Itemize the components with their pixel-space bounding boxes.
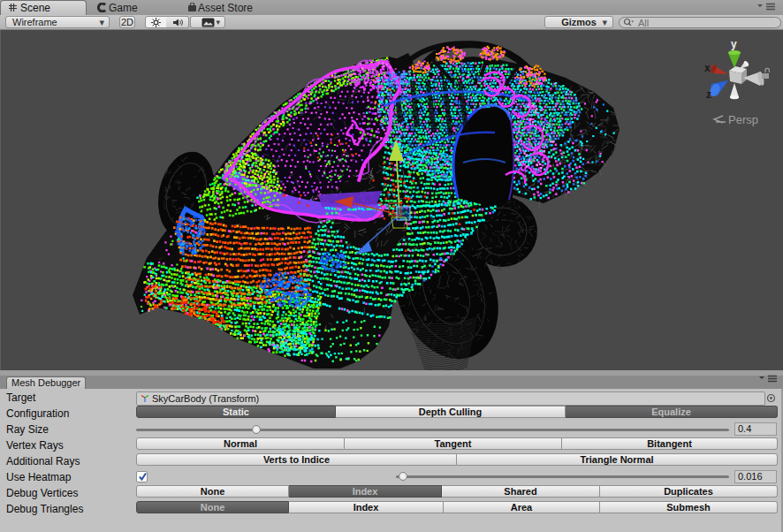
svg-text:z: z <box>706 88 711 101</box>
svg-text:y: y <box>731 38 737 50</box>
svg-text:Persp: Persp <box>728 113 758 126</box>
svg-text:x: x <box>704 62 711 74</box>
